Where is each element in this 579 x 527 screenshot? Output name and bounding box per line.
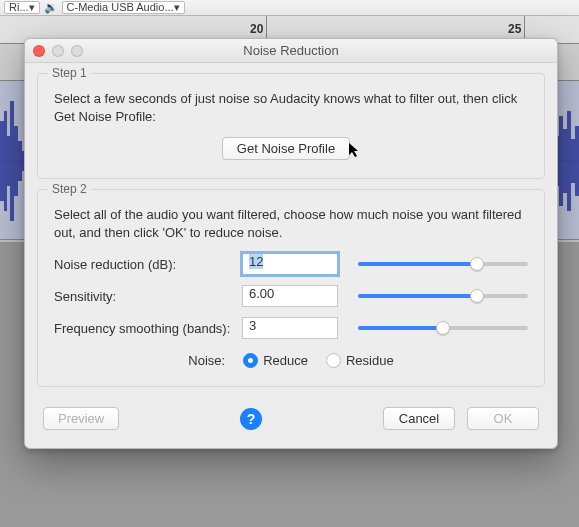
- radio-checked-icon: [243, 353, 258, 368]
- svg-rect-3: [7, 136, 10, 186]
- noise-mode-label: Noise:: [188, 353, 225, 368]
- minimize-icon: [52, 45, 64, 57]
- ruler-tick-25: 25: [508, 22, 521, 36]
- radio-unchecked-icon: [326, 353, 341, 368]
- get-noise-profile-button[interactable]: Get Noise Profile: [222, 137, 350, 160]
- svg-rect-2: [4, 111, 7, 211]
- svg-rect-9: [559, 116, 563, 206]
- freq-smoothing-label: Frequency smoothing (bands):: [54, 321, 242, 336]
- svg-rect-1: [0, 121, 4, 201]
- cancel-button[interactable]: Cancel: [383, 407, 455, 430]
- noise-reduction-label: Noise reduction (dB):: [54, 257, 242, 272]
- dialog-footer: Preview ? Cancel OK: [25, 393, 557, 448]
- toolbar-dropdown-2[interactable]: C-Media USB Audio... ▾: [62, 1, 185, 14]
- ok-button[interactable]: OK: [467, 407, 539, 430]
- preview-button[interactable]: Preview: [43, 407, 119, 430]
- svg-rect-5: [14, 126, 18, 196]
- freq-smoothing-input[interactable]: 3: [242, 317, 338, 339]
- app-toolbar: Ri... ▾ 🔉 C-Media USB Audio... ▾: [0, 0, 579, 16]
- sensitivity-input[interactable]: 6.00: [242, 285, 338, 307]
- close-icon[interactable]: [33, 45, 45, 57]
- step1-legend: Step 1: [48, 66, 91, 80]
- ruler-tick-20: 20: [250, 22, 263, 36]
- svg-rect-4: [10, 101, 14, 221]
- noise-reduction-slider[interactable]: [358, 262, 528, 266]
- noise-mode-row: Noise: Reduce Residue: [54, 353, 528, 368]
- step2-legend: Step 2: [48, 182, 91, 196]
- step1-group: Step 1 Select a few seconds of just nois…: [37, 73, 545, 179]
- freq-smoothing-slider[interactable]: [358, 326, 528, 330]
- sensitivity-slider[interactable]: [358, 294, 528, 298]
- zoom-icon: [71, 45, 83, 57]
- svg-rect-10: [563, 129, 567, 193]
- help-button[interactable]: ?: [240, 408, 262, 430]
- svg-rect-12: [571, 139, 575, 183]
- speaker-icon: 🔉: [44, 1, 58, 14]
- noise-reduction-row: Noise reduction (dB): 12: [54, 253, 528, 275]
- sensitivity-label: Sensitivity:: [54, 289, 242, 304]
- step1-instructions: Select a few seconds of just noise so Au…: [54, 90, 528, 125]
- residue-radio[interactable]: Residue: [326, 353, 394, 368]
- step2-instructions: Select all of the audio you want filtere…: [54, 206, 528, 241]
- reduce-radio[interactable]: Reduce: [243, 353, 308, 368]
- cursor-icon: [348, 142, 360, 158]
- sensitivity-row: Sensitivity: 6.00: [54, 285, 528, 307]
- svg-rect-13: [575, 126, 579, 196]
- dialog-titlebar[interactable]: Noise Reduction: [25, 39, 557, 63]
- svg-rect-6: [18, 141, 22, 181]
- freq-smoothing-row: Frequency smoothing (bands): 3: [54, 317, 528, 339]
- noise-reduction-input[interactable]: 12: [242, 253, 338, 275]
- toolbar-dropdown-1[interactable]: Ri... ▾: [4, 1, 40, 14]
- svg-rect-11: [567, 111, 571, 211]
- dialog-title: Noise Reduction: [243, 43, 338, 58]
- step2-group: Step 2 Select all of the audio you want …: [37, 189, 545, 387]
- noise-reduction-dialog: Noise Reduction Step 1 Select a few seco…: [24, 38, 558, 449]
